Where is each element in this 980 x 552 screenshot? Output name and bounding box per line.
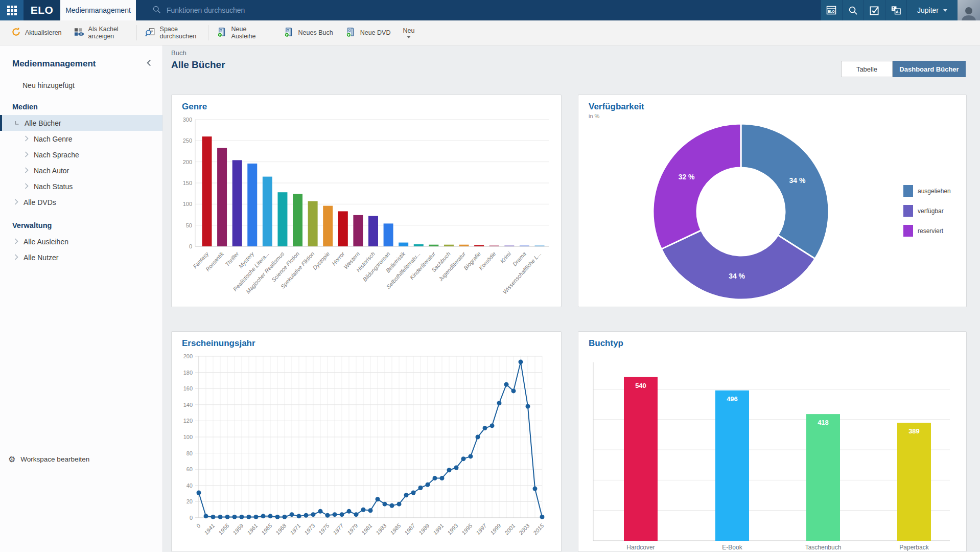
svg-text:80: 80: [186, 450, 193, 456]
svg-text:2003: 2003: [518, 522, 531, 537]
new-dropdown-button[interactable]: Neu: [396, 20, 421, 45]
apps-grid-icon[interactable]: [0, 0, 24, 20]
user-menu[interactable]: Jupiter: [906, 0, 958, 20]
svg-text:32 %: 32 %: [679, 173, 695, 181]
toolbar-item-label: Neues Buch: [298, 29, 333, 36]
new-loan-button[interactable]: Neue Ausleihe: [211, 20, 277, 45]
elo-logo[interactable]: ELO: [24, 0, 60, 20]
svg-text:ELO: ELO: [828, 10, 835, 13]
chevron-right-icon: [14, 254, 18, 262]
user-name: Jupiter: [917, 6, 939, 14]
table-view-button[interactable]: Tabelle: [841, 61, 893, 77]
search-space-button[interactable]: Space durchsuchen: [139, 20, 206, 45]
toolbar-item-label: Aktualisieren: [25, 29, 62, 36]
sidebar-item-alle-dvds[interactable]: Alle DVDs: [0, 194, 162, 210]
elo-tile-icon[interactable]: ELO: [821, 0, 842, 20]
availability-card: 34 %34 %32 % Verfügbarkeit in % ausgelie…: [578, 95, 967, 307]
svg-text:200: 200: [183, 353, 193, 359]
sidebar-item-nach-autor[interactable]: Nach Autor: [0, 163, 162, 178]
search-icon: [152, 5, 161, 15]
new-dvd-button[interactable]: Neue DVD: [339, 20, 397, 45]
global-search-icon[interactable]: [842, 0, 864, 20]
sidebar-item-nach-genre[interactable]: Nach Genre: [0, 131, 162, 147]
toolbar-item-label: Space durchsuchen: [160, 26, 200, 40]
toolbar-divider: [136, 25, 137, 40]
sidebar-item-alle-buecher[interactable]: Alle Bücher: [0, 115, 162, 131]
svg-text:1999: 1999: [489, 522, 502, 536]
elo-media-management-app: { "topbar": { "logo": "ELO", "active_tab…: [0, 0, 980, 552]
legend-swatch: [903, 225, 913, 237]
genre-card: Genre 050100150200250300FantasyRomantikT…: [171, 95, 562, 307]
svg-text:1965: 1965: [260, 522, 273, 536]
svg-text:20: 20: [186, 498, 193, 504]
publication-year-card: Erscheinungsjahr 02040608010012014016018…: [171, 331, 562, 552]
svg-text:50: 50: [186, 222, 192, 228]
dashboard-view-button[interactable]: Dashboard Bücher: [893, 61, 966, 77]
page-title: Alle Bücher: [171, 59, 225, 71]
tiles-eye-icon: [74, 27, 84, 38]
legend-item-ausgeliehen: ausgeliehen: [903, 185, 951, 197]
ribbon-toolbar: Aktualisieren Als Kachel anzeigen Space …: [0, 20, 980, 45]
view-toggle: Tabelle Dashboard Bücher: [841, 61, 966, 77]
svg-text:34 %: 34 %: [729, 272, 745, 280]
sidebar-item-alle-ausleihen[interactable]: Alle Ausleihen: [0, 234, 162, 249]
function-search-field[interactable]: Funktionen durchsuchen: [136, 0, 821, 20]
new-book-button[interactable]: Neues Buch: [277, 20, 339, 45]
sidebar-item-label: Nach Autor: [34, 167, 69, 175]
legend-label: reserviert: [918, 227, 943, 235]
availability-legend: ausgeliehen verfügbar reserviert: [903, 185, 951, 237]
svg-text:1987: 1987: [403, 522, 416, 536]
svg-text:1997: 1997: [475, 522, 488, 536]
sidebar-item-alle-nutzer[interactable]: Alle Nutzer: [0, 249, 162, 265]
chevron-right-icon: [25, 167, 29, 175]
sidebar-section-verwaltung: Verwaltung: [0, 210, 162, 234]
availability-chart-subtitle: in %: [589, 113, 966, 119]
svg-text:300: 300: [183, 117, 192, 123]
legend-swatch: [903, 205, 913, 217]
refresh-icon: [11, 27, 21, 38]
svg-text:250: 250: [183, 137, 192, 144]
spaces-icon[interactable]: [885, 0, 906, 20]
caret-down-icon: [407, 36, 411, 38]
sidebar-item-nach-sprache[interactable]: Nach Sprache: [0, 147, 162, 163]
sidebar-item-nach-status[interactable]: Nach Status: [0, 178, 162, 194]
chevron-right-icon: [25, 151, 29, 159]
svg-text:150: 150: [183, 180, 192, 186]
waffle-grid: [7, 6, 17, 15]
svg-text:100: 100: [183, 434, 193, 440]
svg-text:1979: 1979: [346, 522, 359, 536]
svg-text:1981: 1981: [360, 522, 373, 536]
refresh-button[interactable]: Aktualisieren: [5, 20, 68, 45]
sidebar-item-label: Alle Bücher: [25, 119, 61, 127]
tasks-checkbox-icon[interactable]: [864, 0, 885, 20]
edit-workspace-button[interactable]: ⚙ Workspace bearbeiten: [0, 454, 162, 464]
svg-text:1941: 1941: [203, 522, 216, 536]
svg-text:100: 100: [183, 201, 192, 207]
sidebar-item-label: Alle Nutzer: [24, 254, 58, 262]
tab-medienmanagement[interactable]: Medienmanagement: [60, 0, 136, 20]
breadcrumb[interactable]: Buch: [171, 49, 186, 57]
book-plus-icon: [284, 27, 294, 39]
book-type-bar-chart: 540Hardcover496E-Book418Taschenbuch389Pa…: [587, 352, 958, 551]
legend-label: verfügbar: [918, 208, 944, 215]
toolbar-item-label: Als Kachel anzeigen: [88, 26, 128, 40]
user-avatar[interactable]: [958, 0, 980, 20]
show-as-tile-button[interactable]: Als Kachel anzeigen: [68, 20, 134, 45]
svg-text:200: 200: [183, 159, 192, 165]
svg-text:Krimi: Krimi: [499, 250, 512, 264]
legend-swatch: [903, 185, 913, 197]
svg-text:1971: 1971: [289, 522, 301, 536]
tree-node-icon: [14, 119, 19, 127]
svg-text:E-Book: E-Book: [722, 544, 742, 551]
svg-text:1985: 1985: [389, 522, 402, 536]
svg-text:1961: 1961: [246, 522, 259, 536]
sidebar-item-neu-hinzugefuegt[interactable]: Neu hinzugefügt: [0, 74, 162, 91]
svg-text:1975: 1975: [317, 522, 331, 536]
main-content: Buch Alle Bücher Tabelle Dashboard Büche…: [162, 45, 980, 552]
book-type-card: Buchtyp 540Hardcover496E-Book418Taschenb…: [578, 331, 967, 552]
collapse-sidebar-icon[interactable]: [147, 59, 151, 68]
svg-text:0: 0: [190, 515, 193, 521]
svg-text:389: 389: [908, 427, 920, 435]
svg-text:140: 140: [183, 402, 193, 408]
sidebar-header: Medienmanagement: [0, 45, 162, 74]
